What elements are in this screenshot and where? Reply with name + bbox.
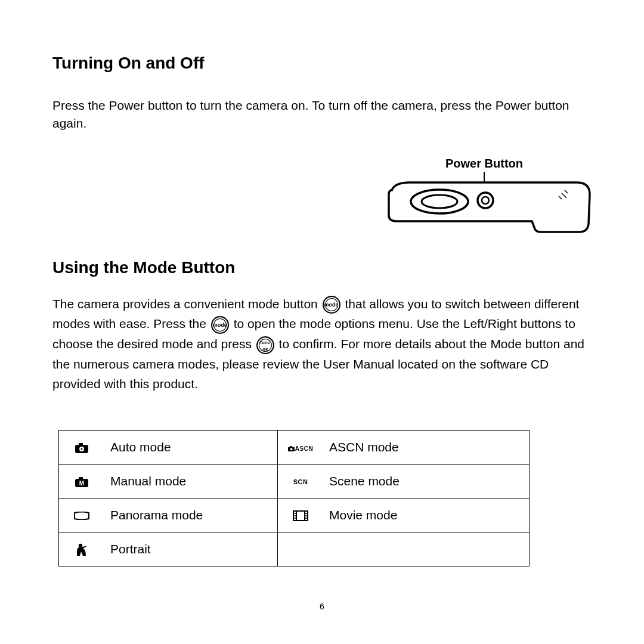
manual-mode-label: Manual mode xyxy=(104,464,278,498)
movie-mode-label: Movie mode xyxy=(323,498,530,532)
mode-icon: mode xyxy=(211,316,229,334)
table-row: Portrait xyxy=(59,532,530,566)
table-row: M Manual mode SCN Scene mode xyxy=(59,464,530,498)
manual-mode-icon: M xyxy=(59,464,105,498)
svg-text:M: M xyxy=(79,480,84,487)
paragraph-mode-button: The camera provides a convenient mode bu… xyxy=(52,294,592,394)
mode-table: Auto mode ASCN ASCN mode M Manual mode S… xyxy=(58,430,530,566)
power-button-diagram: Power Button xyxy=(52,157,592,246)
auto-mode-label: Auto mode xyxy=(104,430,278,464)
empty-cell xyxy=(278,532,324,566)
scn-mode-label: Scene mode xyxy=(323,464,530,498)
table-row: Auto mode ASCN ASCN mode xyxy=(59,430,530,464)
scn-mode-icon: SCN xyxy=(278,464,324,498)
scn-icon-text: SCN xyxy=(293,478,308,485)
panorama-mode-icon xyxy=(59,498,105,532)
heading-mode-button: Using the Mode Button xyxy=(52,258,592,277)
portrait-mode-icon xyxy=(59,532,105,566)
page-number: 6 xyxy=(320,602,324,611)
portrait-mode-label: Portrait xyxy=(104,532,278,566)
ascn-mode-icon: ASCN xyxy=(278,430,324,464)
heading-turning-on-off: Turning On and Off xyxy=(52,54,592,73)
power-button-label: Power Button xyxy=(445,157,523,171)
panorama-mode-label: Panorama mode xyxy=(104,498,278,532)
camera-top-illustration xyxy=(386,174,592,236)
empty-cell xyxy=(323,532,530,566)
svg-point-10 xyxy=(290,448,292,450)
auto-mode-icon xyxy=(59,430,105,464)
mode-para-part1: The camera provides a convenient mode bu… xyxy=(52,297,321,311)
func-ok-icon: func ok xyxy=(256,336,274,354)
table-row: Panorama mode Movie mode xyxy=(59,498,530,532)
svg-point-7 xyxy=(81,448,83,450)
mode-icon: mode xyxy=(323,296,340,314)
ascn-icon-text: ASCN xyxy=(295,445,313,452)
movie-mode-icon xyxy=(278,498,324,532)
svg-rect-5 xyxy=(79,443,83,445)
paragraph-power: Press the Power button to turn the camer… xyxy=(52,97,592,133)
svg-rect-9 xyxy=(290,446,292,447)
svg-rect-12 xyxy=(79,477,83,479)
ascn-mode-label: ASCN mode xyxy=(323,430,530,464)
